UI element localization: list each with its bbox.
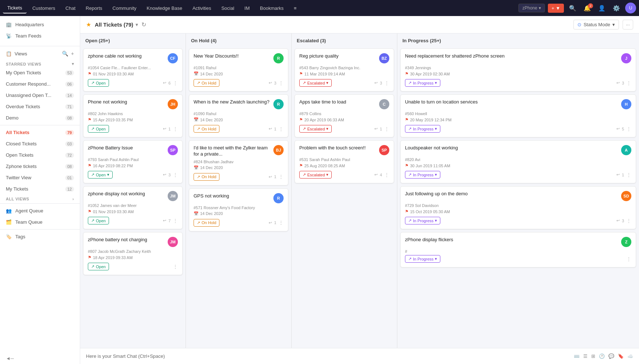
status-badge[interactable]: ↗Open xyxy=(88,125,109,133)
card-more-icon[interactable]: ⋮ xyxy=(384,172,389,178)
starred-views-collapse-icon[interactable]: ▾ xyxy=(72,62,74,66)
nav-customers[interactable]: Customers xyxy=(28,3,60,13)
nav-activities[interactable]: Activities xyxy=(188,3,215,13)
sidebar-item-my-open-tickets[interactable]: My Open Tickets 53 xyxy=(0,67,80,78)
sidebar-item-team-queue[interactable]: 🗂️ Team Queue xyxy=(0,216,80,228)
nav-bookmarks[interactable]: Bookmarks xyxy=(256,3,288,13)
notifications-button[interactable]: 🔔 2 xyxy=(581,3,593,13)
table-row[interactable]: Unable to turn on location servicesH#560… xyxy=(400,94,636,137)
status-badge[interactable]: ↗On Hold xyxy=(194,79,219,87)
view-list-icon[interactable]: ☰ xyxy=(583,353,588,359)
nav-im[interactable]: IM xyxy=(240,3,254,13)
status-badge[interactable]: ↗In Progress ▾ xyxy=(405,125,440,133)
table-row[interactable]: Reg picture qualityBZ#543 Barry Zingovic… xyxy=(295,48,394,91)
sidebar-item-closed-tickets[interactable]: Closed Tickets 03 xyxy=(0,138,80,149)
contacts-button[interactable]: 👤 xyxy=(596,3,608,13)
card-more-icon[interactable]: ⋮ xyxy=(384,80,389,86)
status-badge[interactable]: ↗Escalated ▾ xyxy=(299,171,332,179)
sidebar-item-demo[interactable]: Demo 08 xyxy=(0,112,80,124)
smart-chat-input[interactable]: Here is your Smart Chat (Ctrl+Space) xyxy=(86,353,569,359)
status-badge[interactable]: ↗Open ▾ xyxy=(88,171,113,179)
card-more-icon[interactable]: ⋮ xyxy=(278,80,284,86)
sidebar-item-tags[interactable]: 🏷️ Tags xyxy=(0,231,80,242)
table-row[interactable]: Just following up on the demoSD#729 Sol … xyxy=(400,186,636,229)
all-views-expand-icon[interactable]: › xyxy=(73,197,74,201)
table-row[interactable]: Problem with the touch screen!!SP#531 Sa… xyxy=(295,140,394,183)
user-avatar[interactable]: U xyxy=(625,3,636,13)
nav-knowledge-base[interactable]: Knowledge Base xyxy=(142,3,187,13)
status-badge[interactable]: ↗Escalated ▾ xyxy=(299,79,332,87)
nav-menu[interactable]: ≡ xyxy=(289,3,301,13)
nav-tickets[interactable]: Tickets xyxy=(3,3,27,13)
search-button[interactable]: 🔍 xyxy=(567,3,578,13)
clock-icon[interactable]: 🕐 xyxy=(599,353,605,359)
status-badge[interactable]: ↗Open xyxy=(88,263,109,270)
card-more-icon[interactable]: ⋮ xyxy=(173,80,178,86)
tickets-title[interactable]: All Tickets (79) ▾ xyxy=(95,21,138,28)
sidebar-item-customer-respond[interactable]: Customer Respond... 06 xyxy=(0,78,80,90)
new-button[interactable]: + ▼ xyxy=(548,4,564,13)
views-search-icon[interactable]: 🔍 xyxy=(62,51,68,56)
chat-icon[interactable]: 💬 xyxy=(608,353,614,359)
card-more-icon[interactable]: ⋮ xyxy=(173,264,178,270)
sidebar-item-twitter-view[interactable]: Twitter View 01 xyxy=(0,172,80,183)
card-more-icon[interactable]: ⋮ xyxy=(626,80,631,86)
status-badge[interactable]: ↗In Progress ▾ xyxy=(405,79,440,87)
table-row[interactable]: Loudspeaker not workingA#820 Avi⚑ 30 Jun… xyxy=(400,140,636,183)
status-badge[interactable]: ↗In Progress ▾ xyxy=(405,217,440,224)
settings-button[interactable]: ⚙️ xyxy=(611,3,622,13)
table-row[interactable]: New Year Discounts!!R#1091 Rahul📅 14 Dec… xyxy=(189,48,288,91)
sidebar-item-overdue[interactable]: Overdue Tickets 71 xyxy=(0,101,80,112)
refresh-button[interactable]: ↻ xyxy=(141,21,146,28)
status-mode-button[interactable]: ⊙ Status Mode ▾ xyxy=(573,20,619,30)
card-more-icon[interactable]: ⋮ xyxy=(173,172,178,178)
card-more-icon[interactable]: ⋮ xyxy=(173,126,178,132)
card-more-icon[interactable]: ⋮ xyxy=(626,218,631,224)
status-badge[interactable]: ↗On Hold xyxy=(194,173,219,181)
nav-reports[interactable]: Reports xyxy=(81,3,107,13)
status-badge[interactable]: ↗Open xyxy=(88,79,109,87)
favorite-star-icon[interactable]: ★ xyxy=(86,21,91,28)
status-badge[interactable]: ↗In Progress ▾ xyxy=(405,171,440,179)
sidebar-item-my-tickets[interactable]: My Tickets 12 xyxy=(0,183,80,195)
card-more-icon[interactable]: ⋮ xyxy=(173,218,178,224)
card-more-icon[interactable]: ⋮ xyxy=(278,220,284,226)
card-more-icon[interactable]: ⋮ xyxy=(278,126,284,132)
sidebar-item-agent-queue[interactable]: 👥 Agent Queue xyxy=(0,205,80,216)
card-more-icon[interactable]: ⋮ xyxy=(626,256,631,262)
sidebar-item-unassigned[interactable]: Unassigned Open T... 14 xyxy=(0,90,80,101)
table-row[interactable]: zphone cable not workingCF#1054 Casie Fl… xyxy=(83,48,183,91)
sidebar-item-all-tickets[interactable]: All Tickets 79 xyxy=(0,127,80,138)
sidebar-item-headquarters[interactable]: 🏢 Headquarters xyxy=(0,19,80,30)
sidebar-item-zphone-tickets[interactable]: Zphone tickets 08 xyxy=(0,161,80,172)
sidebar-item-open-tickets[interactable]: Open Tickets 72 xyxy=(0,149,80,161)
zphone-button[interactable]: zPhone ▾ xyxy=(518,4,545,12)
grid-icon[interactable]: ⊞ xyxy=(591,353,595,359)
card-more-icon[interactable]: ⋮ xyxy=(278,174,284,180)
views-add-icon[interactable]: + xyxy=(71,51,74,56)
table-row[interactable]: Apps take time to loadC#879 Collins⚑ 20 … xyxy=(295,94,394,137)
collapse-sidebar-icon[interactable]: ◄─ xyxy=(6,356,14,361)
bookmark-icon[interactable]: 🔖 xyxy=(618,353,624,359)
table-row[interactable]: zPhone battery not chargingJM#807 Jacob … xyxy=(83,232,183,275)
status-badge[interactable]: ↗Escalated ▾ xyxy=(299,125,332,133)
cloud-icon[interactable]: ☁️ xyxy=(627,353,633,359)
card-more-icon[interactable]: ⋮ xyxy=(626,172,631,178)
status-badge[interactable]: ↗On Hold xyxy=(194,219,219,227)
card-more-icon[interactable]: ⋮ xyxy=(626,126,631,132)
status-badge[interactable]: ↗In Progress ▾ xyxy=(405,255,440,263)
nav-social[interactable]: Social xyxy=(217,3,238,13)
table-row[interactable]: When is the new Zwatch launching?R#1090 … xyxy=(189,94,288,137)
table-row[interactable]: zphone display not workingJM#1052 James … xyxy=(83,186,183,229)
card-more-icon[interactable]: ⋮ xyxy=(384,126,389,132)
more-options-button[interactable]: ··· xyxy=(623,20,633,30)
table-row[interactable]: zPhone display flickersZ#↗In Progress ▾⋮ xyxy=(400,232,636,267)
nav-community[interactable]: Community xyxy=(108,3,141,13)
table-row[interactable]: Need replacement for shattered zPhone sc… xyxy=(400,48,636,91)
sidebar-item-team-feeds[interactable]: 📡 Team Feeds xyxy=(0,30,80,42)
status-badge[interactable]: ↗On Hold xyxy=(194,125,219,133)
table-row[interactable]: I'd like to meet with the Zylker team fo… xyxy=(189,140,288,185)
translate-icon[interactable]: ⌨️ xyxy=(574,353,580,359)
table-row[interactable]: zPhone Battery IssueSP#793 Sarah Paul As… xyxy=(83,140,183,183)
status-badge[interactable]: ↗Open xyxy=(88,217,109,224)
